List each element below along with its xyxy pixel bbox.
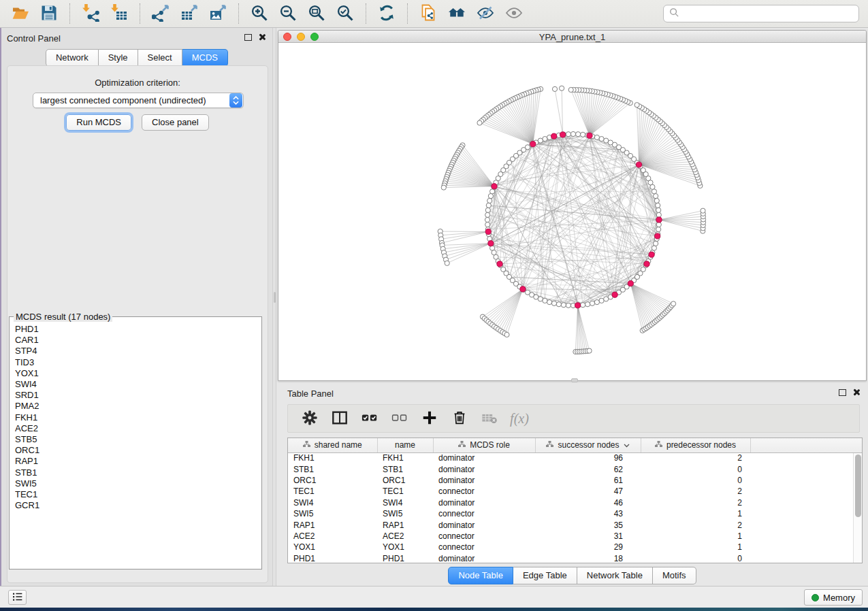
cell[interactable]: 29: [535, 542, 641, 552]
export-image-button[interactable]: [204, 2, 232, 25]
network-view-window[interactable]: YPA_prune.txt_1: [278, 30, 867, 381]
cell[interactable]: 18: [535, 553, 641, 563]
delete-button[interactable]: [445, 406, 475, 431]
cell[interactable]: PHD1: [377, 553, 433, 563]
table-row[interactable]: STB1STB1dominator620: [288, 463, 862, 474]
close-table-panel-icon[interactable]: [852, 389, 860, 396]
cell[interactable]: PHD1: [288, 553, 377, 563]
cell[interactable]: 2: [641, 497, 750, 508]
cell[interactable]: SWI4: [377, 497, 433, 508]
cell[interactable]: 2: [641, 452, 750, 463]
cell[interactable]: 2: [641, 519, 750, 530]
cell[interactable]: dominator: [433, 463, 535, 474]
search-box[interactable]: [663, 5, 859, 22]
mcds-result-node[interactable]: SRD1: [15, 390, 260, 401]
tab-select[interactable]: Select: [138, 49, 182, 67]
cell[interactable]: dominator: [433, 497, 535, 508]
cell[interactable]: STB1: [288, 463, 377, 474]
refresh-button[interactable]: [372, 2, 401, 25]
gear-button[interactable]: [295, 406, 325, 431]
tab-network[interactable]: Network: [46, 49, 99, 67]
select-all-button[interactable]: [355, 406, 385, 431]
table-row[interactable]: SWI5SWI5connector431: [288, 508, 862, 519]
cell[interactable]: dominator: [433, 553, 535, 563]
mcds-result-node[interactable]: ORC1: [15, 445, 260, 456]
cell[interactable]: SWI5: [377, 508, 433, 519]
cell[interactable]: TEC1: [288, 486, 377, 497]
cell[interactable]: 96: [535, 452, 641, 463]
cell[interactable]: FKH1: [377, 452, 433, 463]
tab-node-table[interactable]: Node Table: [448, 567, 513, 584]
cell[interactable]: 1: [641, 508, 750, 519]
cell[interactable]: connector: [433, 542, 535, 552]
mcds-result-node[interactable]: TID3: [15, 357, 260, 368]
table-scrollbar[interactable]: [853, 453, 862, 563]
mcds-result-node[interactable]: YOX1: [15, 368, 260, 379]
columns-button[interactable]: [325, 406, 355, 431]
table-row[interactable]: ACE2ACE2connector311: [288, 531, 862, 542]
copy-network-button[interactable]: [414, 2, 443, 25]
cell[interactable]: ACE2: [377, 531, 433, 542]
cell[interactable]: 1: [641, 531, 750, 542]
show-all-button[interactable]: [500, 2, 528, 25]
network-canvas[interactable]: [278, 43, 866, 380]
cell[interactable]: 62: [535, 463, 641, 474]
cell[interactable]: SWI4: [288, 497, 377, 508]
cell[interactable]: TEC1: [377, 486, 433, 497]
cell[interactable]: 2: [641, 486, 750, 497]
export-table-button[interactable]: [175, 2, 204, 25]
cell[interactable]: ACE2: [288, 531, 377, 542]
table-row[interactable]: FKH1FKH1dominator962: [288, 452, 862, 463]
zoom-fit-button[interactable]: [302, 2, 331, 25]
column-header-predecessor-nodes[interactable]: predecessor nodes: [641, 438, 750, 452]
tab-style[interactable]: Style: [99, 49, 138, 67]
cell[interactable]: connector: [433, 486, 535, 497]
mcds-result-node[interactable]: STP4: [15, 346, 260, 357]
mcds-result-node[interactable]: PHD1: [15, 324, 260, 335]
cell[interactable]: FKH1: [288, 452, 377, 463]
cell[interactable]: SWI5: [288, 508, 377, 519]
export-network-button[interactable]: [146, 2, 175, 25]
table-row[interactable]: ORC1ORC1dominator610: [288, 475, 862, 486]
cell[interactable]: 46: [535, 497, 641, 508]
mcds-result-node[interactable]: CAR1: [15, 335, 260, 346]
add-button[interactable]: [415, 406, 445, 431]
table-row[interactable]: TEC1TEC1connector472: [288, 486, 862, 497]
cell[interactable]: 31: [535, 531, 641, 542]
cell[interactable]: 61: [535, 475, 641, 486]
deselect-all-button[interactable]: [385, 406, 415, 431]
mcds-result-node[interactable]: STB5: [15, 434, 260, 445]
close-panel-button[interactable]: Close panel: [142, 114, 209, 131]
cell[interactable]: connector: [433, 508, 535, 519]
first-neighbors-button[interactable]: [443, 2, 471, 25]
import-table-button[interactable]: [105, 2, 133, 25]
column-header-name[interactable]: name: [377, 438, 433, 452]
cell[interactable]: 0: [641, 463, 750, 474]
tab-network-table[interactable]: Network Table: [577, 567, 653, 584]
cell[interactable]: 35: [535, 519, 641, 530]
cell[interactable]: dominator: [433, 475, 535, 486]
mcds-result-list[interactable]: PHD1CAR1STP4TID3YOX1SWI4SRD1PMA2FKH1ACE2…: [15, 324, 260, 567]
run-mcds-button[interactable]: Run MCDS: [66, 114, 131, 131]
cell[interactable]: RAP1: [288, 519, 377, 530]
cell[interactable]: YOX1: [288, 542, 377, 552]
tab-motifs[interactable]: Motifs: [653, 567, 696, 584]
optimization-criterion-dropdown[interactable]: largest connected component (undirected): [33, 93, 244, 108]
zoom-in-button[interactable]: [245, 2, 274, 25]
mcds-result-node[interactable]: FKH1: [15, 412, 260, 423]
cell[interactable]: 0: [641, 553, 750, 563]
cell[interactable]: 0: [641, 475, 750, 486]
splitter-handle[interactable]: [274, 292, 276, 303]
table-row[interactable]: SWI4SWI4dominator462: [288, 497, 862, 508]
zoom-selected-button[interactable]: [331, 2, 359, 25]
table-row[interactable]: RAP1RAP1dominator352: [288, 519, 862, 530]
mcds-result-node[interactable]: RAP1: [15, 456, 260, 467]
cell[interactable]: RAP1: [377, 519, 433, 530]
mcds-result-node[interactable]: PMA2: [15, 401, 260, 412]
tab-mcds[interactable]: MCDS: [182, 49, 228, 67]
cell[interactable]: ORC1: [288, 475, 377, 486]
cell[interactable]: dominator: [433, 452, 535, 463]
cell[interactable]: dominator: [433, 519, 535, 530]
mcds-result-node[interactable]: TEC1: [15, 489, 260, 500]
import-network-button[interactable]: [76, 2, 105, 25]
